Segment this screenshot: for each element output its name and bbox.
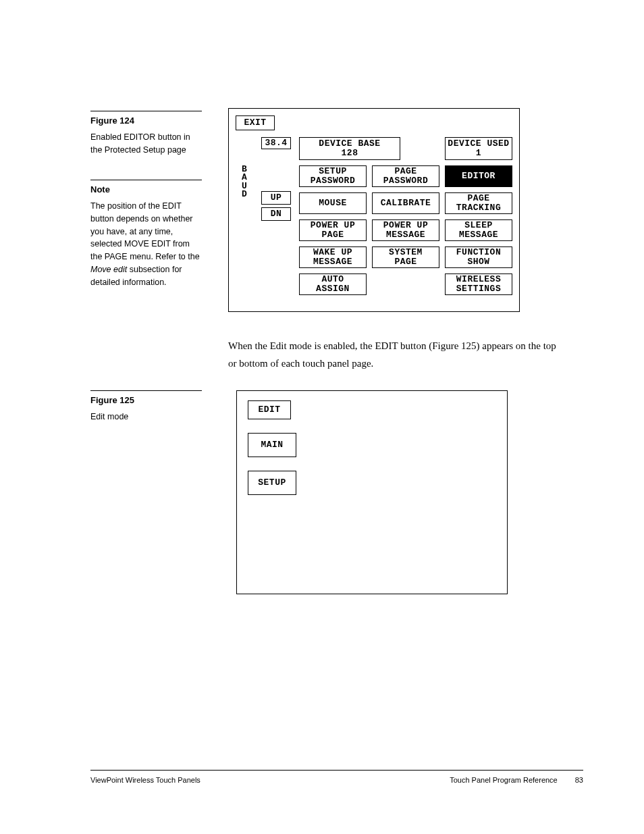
note-title: Note bbox=[90, 184, 202, 194]
edit-button[interactable]: EDIT bbox=[248, 400, 291, 419]
note-block: Note The position of the EDIT button dep… bbox=[90, 180, 202, 291]
footer-right: Touch Panel Program Reference bbox=[450, 776, 558, 784]
figure-124-text: Enabled EDITOR button in the Protected S… bbox=[90, 131, 202, 157]
figure-125-caption: Figure 125 Edit mode bbox=[90, 390, 202, 426]
power-up-page-button[interactable]: POWER UP PAGE bbox=[299, 219, 367, 241]
page-footer: ViewPoint Wireless Touch Panels Touch Pa… bbox=[90, 770, 583, 784]
baud-rate-display: 38.4 bbox=[261, 137, 291, 149]
device-base-display: DEVICE BASE 128 bbox=[299, 137, 400, 160]
main-button[interactable]: MAIN bbox=[248, 433, 296, 457]
figure-124-caption: Figure 124 Enabled EDITOR button in the … bbox=[90, 111, 202, 159]
power-up-message-button[interactable]: POWER UP MESSAGE bbox=[372, 219, 439, 241]
edit-mode-panel: EDIT MAIN SETUP bbox=[236, 390, 508, 594]
system-page-button[interactable]: SYSTEM PAGE bbox=[372, 246, 439, 268]
baud-dn-button[interactable]: DN bbox=[261, 207, 291, 221]
setup-button[interactable]: SETUP bbox=[248, 471, 296, 495]
body-paragraph: When the Edit mode is enabled, the EDIT … bbox=[228, 338, 559, 372]
figure-125-text: Edit mode bbox=[90, 411, 202, 423]
device-used-display: DEVICE USED 1 bbox=[445, 137, 512, 160]
page-number: 83 bbox=[575, 776, 583, 784]
sleep-message-button[interactable]: SLEEP MESSAGE bbox=[445, 219, 512, 241]
wireless-settings-button[interactable]: WIRELESS SETTINGS bbox=[445, 273, 512, 295]
figure-124-title: Figure 124 bbox=[90, 115, 202, 126]
figure-125-title: Figure 125 bbox=[90, 395, 202, 405]
setup-password-button[interactable]: SETUP PASSWORD bbox=[299, 165, 367, 187]
wake-up-message-button[interactable]: WAKE UP MESSAGE bbox=[299, 246, 367, 268]
editor-button[interactable]: EDITOR bbox=[445, 165, 512, 187]
page-password-button[interactable]: PAGE PASSWORD bbox=[372, 165, 439, 187]
exit-button[interactable]: EXIT bbox=[236, 115, 275, 130]
footer-left: ViewPoint Wireless Touch Panels bbox=[90, 776, 200, 784]
page-tracking-button[interactable]: PAGE TRACKING bbox=[445, 192, 512, 214]
baud-label: BAUD bbox=[240, 165, 249, 199]
protected-setup-panel: EXIT 38.4 BAUD UP DN DEVICE BASE 128 DEV… bbox=[228, 108, 520, 312]
mouse-button[interactable]: MOUSE bbox=[299, 192, 367, 214]
baud-up-button[interactable]: UP bbox=[261, 191, 291, 205]
calibrate-button[interactable]: CALIBRATE bbox=[372, 192, 439, 214]
function-show-button[interactable]: FUNCTION SHOW bbox=[445, 246, 512, 268]
note-text: The position of the EDIT button depends … bbox=[90, 200, 202, 288]
auto-assign-button[interactable]: AUTO ASSIGN bbox=[299, 273, 367, 295]
